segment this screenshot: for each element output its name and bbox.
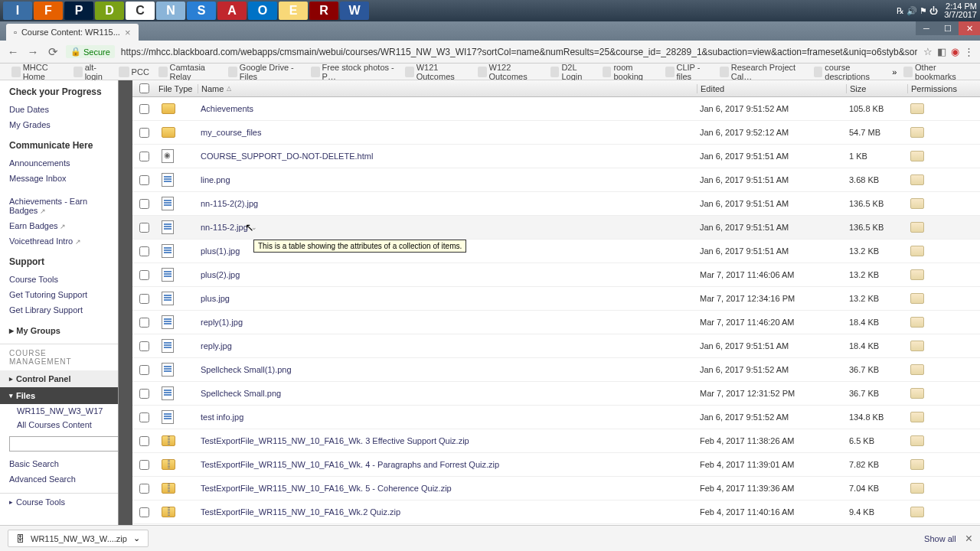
permissions-icon[interactable] — [910, 435, 924, 446]
back-button[interactable]: ← — [6, 45, 20, 58]
file-row[interactable]: nn-115-2.jpg ⌄Jan 6, 2017 9:51:51 AM136.… — [132, 216, 980, 240]
sidebar-link[interactable]: Message Inbox — [9, 171, 109, 186]
file-row[interactable]: Spellcheck Small.png Mar 7, 2017 12:31:5… — [132, 382, 980, 406]
bookmark-item[interactable]: Research Project Cal… — [716, 61, 808, 83]
files-toggle[interactable]: Files — [0, 387, 118, 404]
row-checkbox[interactable] — [139, 199, 149, 209]
permissions-icon[interactable] — [910, 269, 924, 280]
taskbar-app-outlook[interactable]: O — [248, 2, 277, 20]
close-shelf-button[interactable]: × — [965, 532, 972, 546]
row-checkbox[interactable] — [139, 460, 149, 470]
permissions-icon[interactable] — [910, 341, 924, 351]
file-row[interactable]: plus(2).jpg Mar 7, 2017 11:46:06 AM13.2 … — [132, 263, 980, 287]
taskbar-app-safari[interactable]: S — [187, 2, 216, 20]
file-name-link[interactable]: TestExportFile_WR115_NW_10_FA16_Wk. 3 Ef… — [198, 436, 697, 445]
row-checkbox[interactable] — [139, 341, 149, 351]
sidebar-link[interactable]: Get Library Support — [9, 302, 109, 318]
bookmark-item[interactable]: D2L Login — [547, 61, 597, 83]
file-name-link[interactable]: plus.jpg — [198, 294, 697, 303]
col-size[interactable]: Size — [846, 84, 907, 93]
row-checkbox[interactable] — [139, 246, 149, 256]
file-name-link[interactable]: nn-115-2(2).jpg — [198, 199, 697, 208]
sidebar-link[interactable]: Get Tutoring Support — [9, 287, 109, 302]
taskbar-app-dreamweaver[interactable]: D — [95, 2, 124, 20]
bookmark-item[interactable]: W121 Outcomes — [401, 61, 472, 83]
taskbar-app-notepad[interactable]: N — [156, 2, 185, 20]
sidebar-link[interactable]: Achievements - Earn Badges — [9, 194, 109, 218]
file-row[interactable]: plus.jpg Mar 7, 2017 12:34:16 PM13.2 KB — [132, 287, 980, 311]
ext-icon-1[interactable]: ◧ — [937, 46, 946, 57]
file-row[interactable]: my_course_files Jan 6, 2017 9:52:12 AM54… — [132, 121, 980, 145]
row-checkbox[interactable] — [139, 484, 149, 494]
file-row[interactable]: Achievements Jan 6, 2017 9:51:52 AM105.8… — [132, 97, 980, 121]
file-row[interactable]: TestExportFile_WR115_NW_10_FA16_Wk. 3 Ef… — [132, 429, 980, 453]
row-checkbox[interactable] — [139, 104, 149, 114]
col-name[interactable]: Name△ — [198, 84, 697, 93]
bookmark-item[interactable]: CLIP - files — [662, 61, 714, 83]
row-checkbox[interactable] — [139, 507, 149, 517]
sidebar-link[interactable]: Earn Badges — [9, 218, 109, 233]
permissions-icon[interactable] — [910, 103, 924, 114]
course-tools-toggle[interactable]: Course Tools — [0, 493, 118, 510]
chevron-down-icon[interactable]: ⌄ — [133, 533, 140, 543]
permissions-icon[interactable] — [910, 459, 924, 470]
file-name-link[interactable]: nn-115-2.jpg ⌄ — [198, 223, 697, 232]
bookmark-item[interactable]: W122 Outcomes — [474, 61, 545, 83]
file-row[interactable]: reply(1).jpg Mar 7, 2017 11:46:20 AM18.4… — [132, 311, 980, 334]
row-checkbox[interactable] — [139, 294, 149, 304]
permissions-icon[interactable] — [910, 364, 924, 375]
forward-button[interactable]: → — [26, 45, 40, 58]
permissions-icon[interactable] — [910, 151, 924, 161]
search-link[interactable]: Basic Search — [9, 456, 109, 471]
action-chevron-icon[interactable]: ⌄ — [251, 223, 257, 231]
row-checkbox[interactable] — [139, 223, 149, 233]
permissions-icon[interactable] — [910, 198, 924, 209]
taskbar-app-acrobat[interactable]: A — [217, 2, 247, 20]
file-name-link[interactable]: reply.jpg — [198, 341, 697, 350]
col-filetype[interactable]: File Type — [155, 84, 198, 93]
bookmark-item[interactable]: Google Drive - Files — [224, 61, 305, 83]
bookmark-item[interactable]: Camtasia Relay — [155, 61, 223, 83]
files-sublink[interactable]: All Courses Content — [0, 418, 118, 432]
row-checkbox[interactable] — [139, 365, 149, 375]
taskbar-app-ie[interactable]: I — [3, 2, 32, 20]
bookmark-item[interactable]: PCC — [115, 61, 153, 83]
taskbar-app-firefox[interactable]: F — [34, 2, 63, 20]
taskbar-app-revit[interactable]: R — [309, 2, 338, 20]
bookmark-item[interactable]: alt-login — [70, 61, 113, 83]
star-icon[interactable]: ☆ — [923, 46, 933, 57]
permissions-icon[interactable] — [910, 246, 924, 256]
file-row[interactable]: TestExportFile_WR115_NW_10_FA16_Wk. 5 - … — [132, 477, 980, 500]
file-name-link[interactable]: TestExportFile_WR115_NW_10_FA16_Wk.2 Qui… — [198, 507, 697, 517]
row-checkbox[interactable] — [139, 389, 149, 399]
file-row[interactable]: nn-115-2(2).jpg Jan 6, 2017 9:51:51 AM13… — [132, 192, 980, 216]
permissions-icon[interactable] — [910, 507, 924, 517]
sidebar-link[interactable]: Voicethread Intro — [9, 233, 109, 249]
permissions-icon[interactable] — [910, 317, 924, 328]
col-permissions[interactable]: Permissions — [907, 84, 980, 93]
sidebar-link[interactable]: Course Tools — [9, 272, 109, 287]
taskbar-app-photoshop[interactable]: P — [64, 2, 93, 20]
taskbar-app-chrome[interactable]: C — [126, 2, 155, 20]
window-close-button[interactable]: ✕ — [959, 21, 980, 35]
file-row[interactable]: test info.jpg Jan 6, 2017 9:51:52 AM134.… — [132, 406, 980, 429]
select-all-checkbox[interactable] — [139, 83, 149, 93]
permissions-icon[interactable] — [910, 222, 924, 233]
tab-close-button[interactable]: × — [125, 27, 131, 38]
taskbar-app-word[interactable]: W — [340, 2, 369, 20]
file-name-link[interactable]: my_course_files — [198, 128, 697, 137]
permissions-icon[interactable] — [910, 483, 924, 494]
taskbar-app-explorer[interactable]: E — [279, 2, 308, 20]
groups-header[interactable]: ▸ My Groups — [9, 325, 109, 336]
file-name-link[interactable]: Achievements — [198, 104, 697, 113]
row-checkbox[interactable] — [139, 412, 149, 422]
col-edited[interactable]: Edited — [697, 84, 846, 93]
file-name-link[interactable]: Spellcheck Small(1).png — [198, 365, 697, 374]
sidebar-search-input[interactable] — [9, 436, 119, 452]
permissions-icon[interactable] — [910, 174, 924, 185]
tray-icons[interactable]: ℞ 🔊 ⚑ ⏻ — [897, 6, 938, 16]
secure-badge[interactable]: 🔒 Secure — [66, 45, 115, 58]
files-sublink[interactable]: WR115_NW_W3_W17 — [0, 404, 118, 418]
control-panel-toggle[interactable]: Control Panel — [0, 370, 118, 387]
bookmark-item[interactable]: course descriptions — [810, 61, 890, 83]
